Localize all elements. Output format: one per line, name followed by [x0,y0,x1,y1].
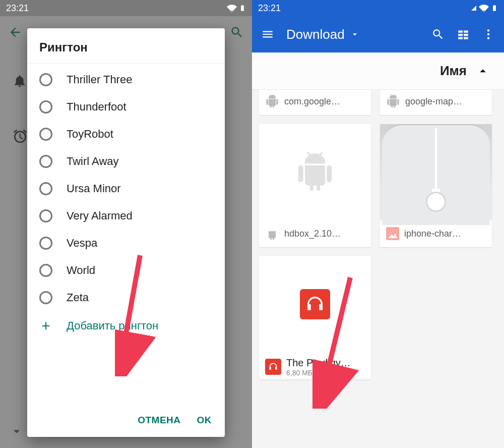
wifi-icon [227,3,237,13]
sort-asc-icon[interactable] [476,64,490,78]
chevron-down-icon [350,29,360,39]
grid-view-icon[interactable] [457,28,470,41]
radio-icon[interactable] [39,100,52,114]
headphones-icon [300,289,330,319]
signal-icon [471,4,477,13]
radio-icon[interactable] [39,182,52,195]
status-time: 23:21 [258,3,281,14]
ringtone-item[interactable]: Twirl Away [27,148,225,175]
file-tile-music[interactable]: The Prodigy… 6,80 МБ 23:02 [259,256,371,379]
radio-icon[interactable] [39,128,52,141]
file-meta: 6,80 МБ 23:02 [286,369,351,377]
file-name: The Prodigy… 6,80 МБ 23:02 [286,357,351,377]
sort-bar[interactable]: Имя [252,52,504,90]
ringtone-item[interactable]: Zeta [27,284,225,311]
alarm-icon [12,128,28,144]
file-thumbnail [380,124,492,220]
file-thumbnail [259,256,371,352]
file-grid[interactable]: com.google… google-map… hdbox_2.10… [252,90,504,448]
status-icons [227,3,246,13]
add-ringtone-button[interactable]: + Добавить рингтон [27,311,225,341]
radio-icon[interactable] [39,291,52,304]
android-icon [265,227,279,241]
search-icon[interactable] [431,28,445,41]
ringtone-item[interactable]: Thunderfoot [27,93,225,121]
ringtone-label: Vespa [67,237,97,250]
ringtone-label: Zeta [67,291,89,304]
ringtone-item[interactable]: World [27,257,225,284]
cancel-button[interactable]: ОТМЕНА [138,415,180,426]
file-tile[interactable]: hdbox_2.10… [259,124,371,247]
radio-icon[interactable] [39,209,52,222]
right-status-bar: 23:21 [252,0,504,16]
ringtone-label: Very Alarmed [67,209,133,222]
search-icon[interactable] [230,25,244,39]
ringtone-item[interactable]: Vespa [27,230,225,257]
radio-icon[interactable] [39,155,52,168]
file-tile[interactable]: com.google… [259,90,371,115]
ringtone-label: Thriller Three [67,73,132,86]
ringtone-dialog: Рингтон Thriller Three Thunderfoot ToyRo… [27,28,225,437]
file-tile[interactable]: iphone-char… [380,124,492,247]
add-ringtone-label: Добавить рингтон [67,319,158,332]
status-time: 23:21 [6,3,29,14]
file-tile[interactable]: google-map… [380,90,492,115]
file-name: com.google… [284,96,340,107]
svg-point-3 [487,37,489,39]
plus-icon: + [39,319,52,332]
android-icon [295,149,335,195]
ringtone-label: ToyRobot [67,128,113,141]
radio-icon[interactable] [39,264,52,277]
expand-more-icon[interactable] [9,424,24,441]
ringtone-label: Ursa Minor [67,182,121,195]
battery-icon [491,3,498,13]
sort-label: Имя [440,63,467,79]
image-icon [386,227,399,240]
ok-button[interactable]: OK [197,415,212,426]
appbar-title: Download [286,27,345,42]
ringtone-label: World [67,264,95,277]
more-vert-icon[interactable] [482,28,495,41]
right-appbar: Download [252,16,504,52]
svg-point-2 [487,33,489,35]
folder-dropdown[interactable]: Download [286,27,419,42]
file-name: iphone-char… [404,229,461,239]
battery-icon [239,3,246,13]
back-arrow-icon[interactable] [8,25,22,39]
ringtone-item[interactable]: Thriller Three [27,66,225,93]
ringtone-item[interactable]: ToyRobot [27,121,225,148]
phone-left-screenshot: 23:21 Рингтон Thriller Three Thunderfoot… [0,0,252,448]
svg-point-1 [487,29,489,31]
android-icon [265,94,279,108]
ringtone-label: Thunderfoot [67,100,127,114]
phone-right-screenshot: 23:21 Download Имя com.google… [252,0,504,448]
file-name: google-map… [405,96,462,107]
bell-icon [12,73,27,88]
radio-icon[interactable] [39,237,52,250]
hamburger-icon[interactable] [261,28,274,41]
ringtone-label: Twirl Away [67,155,119,168]
dialog-actions: ОТМЕНА OK [27,406,225,437]
ringtone-item[interactable]: Ursa Minor [27,175,225,202]
file-thumbnail [259,124,371,220]
wifi-icon [479,3,489,13]
dialog-title: Рингтон [27,28,225,64]
android-icon [386,94,400,108]
headphones-icon [265,359,281,375]
ringtone-item[interactable]: Very Alarmed [27,202,225,230]
ringtone-list[interactable]: Thriller Three Thunderfoot ToyRobot Twir… [27,64,225,406]
left-status-bar: 23:21 [0,0,252,16]
file-name: hdbox_2.10… [284,229,341,239]
status-icons [471,3,498,13]
radio-icon[interactable] [39,73,52,86]
